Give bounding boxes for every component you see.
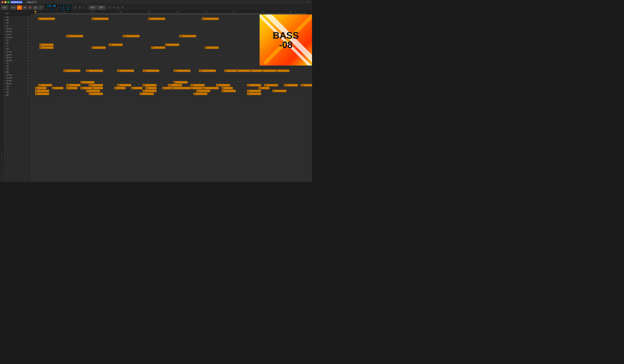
tempo-display[interactable]: 125.00 (45, 4, 58, 8)
stop-button[interactable]: ■ (23, 5, 27, 10)
note-e2-1[interactable]: E2 (39, 46, 53, 49)
note-gs2-1[interactable]: G#2 (66, 35, 83, 37)
time-display[interactable]: 0:01.107 (59, 8, 72, 11)
cursor-icon[interactable]: ↖ (9, 12, 11, 15)
note-d1-2[interactable]: D1 (52, 87, 63, 89)
edit-button[interactable]: EDIT (97, 5, 105, 10)
list-icon[interactable]: ≡ (4, 12, 6, 15)
note-e2-4[interactable]: E2 (205, 46, 219, 49)
track-row: 1LC◀ (3, 22, 29, 24)
note-d1-5[interactable]: D1 (114, 87, 126, 89)
note-d3-3[interactable]: D3 (148, 18, 165, 20)
note-ds1-3[interactable]: D#1 (89, 84, 103, 87)
essentials-badge: ESSENTIALS (10, 1, 23, 3)
note-gs1-2[interactable]: G#1 (86, 69, 103, 72)
note-f2-1[interactable]: F2 (39, 44, 53, 46)
maximize-button[interactable] (7, 1, 9, 3)
ruler-mark-4: 1.4 (120, 11, 122, 13)
note-c1-5[interactable]: C1 (222, 90, 236, 92)
note-ds1-9[interactable]: D#1 (247, 84, 261, 87)
track-row: 1MA Acc◀ (3, 59, 29, 62)
note-ds1-11[interactable]: D#1 (284, 84, 298, 87)
note-d3-2[interactable]: D3 (92, 18, 108, 20)
note-gs2-3[interactable]: G#2 (179, 35, 196, 37)
note-ds1-7[interactable]: D#1 (190, 84, 205, 87)
note-ds1-5[interactable]: D#1 (143, 84, 157, 87)
note-d1-1[interactable]: D1 (35, 87, 47, 89)
note-gs1-1[interactable]: G#1 (63, 69, 80, 72)
play-button[interactable]: ▶ (17, 5, 22, 10)
note-e2-2[interactable]: E2 (92, 46, 106, 49)
position-display[interactable]: 1.3.2.23 (58, 4, 72, 8)
note-cs1-4[interactable]: C#1 (258, 87, 270, 89)
note-ds1-6[interactable]: D#1 (168, 84, 182, 87)
file-button[interactable]: FILE (1, 5, 8, 10)
note-cs1-1[interactable]: C#1 (80, 87, 92, 89)
tab-close-button[interactable]: × (35, 1, 36, 3)
note-d1-7[interactable]: D1 (145, 87, 157, 89)
note-d1-6[interactable]: D1 (131, 87, 143, 89)
note-d1-3[interactable]: D1 (66, 87, 78, 89)
add-button[interactable]: ADD (89, 5, 97, 10)
note-cs1-2[interactable]: C#1 (171, 87, 182, 89)
undo-button[interactable]: ↩ (108, 6, 111, 9)
note-e1-1[interactable]: E1 (80, 81, 95, 84)
close-button[interactable] (1, 1, 4, 3)
note-c1-4[interactable]: C1 (196, 90, 210, 92)
note-gs1-3[interactable]: G#1 (117, 69, 134, 72)
metronome-button[interactable]: 🎵 (73, 6, 77, 9)
track-row: 1HT◀ (3, 39, 29, 42)
note-ds1-1[interactable]: D#1 (38, 84, 52, 87)
note-bd-c1-4[interactable]: C1 (193, 92, 208, 95)
arrange-row-bd: C1 C1 C1 C1 C1 (29, 92, 312, 95)
note-c1-6[interactable]: C1 (247, 90, 261, 92)
note-ds1-8[interactable]: D#1 (216, 84, 230, 87)
copy-button[interactable]: ⊡ (116, 6, 120, 9)
note-bd-c1-5[interactable]: C1 (247, 92, 261, 95)
track-content-area[interactable]: BASS -08 D3 D3 D3 D3 (29, 14, 312, 95)
note-c1-3[interactable]: C1 (143, 90, 157, 92)
current-tab[interactable]: New 2 * × (26, 1, 38, 4)
note-bd-c1-3[interactable]: C1 (140, 92, 154, 95)
track-row: 1OH◀ (3, 85, 29, 88)
note-gs1-4[interactable]: G#1 (143, 69, 159, 72)
note-gs1-5[interactable]: G#1 (174, 69, 191, 72)
punch-button[interactable]: ↔ (82, 6, 86, 9)
minimize-button[interactable] (4, 1, 6, 3)
note-d1-12[interactable]: D1 (222, 87, 233, 89)
arrange-view[interactable]: 1.1 1.2 1.3 1.4 2.1 2.2 2.3 2.4 3.1 3.2 (29, 11, 312, 182)
record-button[interactable] (28, 5, 32, 10)
note-e1-2[interactable]: E1 (174, 81, 188, 84)
note-cs1-3[interactable]: C#1 (202, 87, 213, 89)
grid-view-icon[interactable]: ⊞ (6, 12, 8, 15)
note-g1-5[interactable]: G1 (275, 69, 289, 72)
note-bd-c1-2[interactable]: C1 (89, 92, 103, 95)
note-e2-3[interactable]: E2 (151, 46, 165, 49)
follow-button[interactable]: ↕ (39, 5, 43, 10)
play-label-button[interactable]: PLAY (10, 5, 16, 10)
note-c1-1[interactable]: C1 (35, 90, 49, 92)
note-g1-4[interactable]: G1 (261, 69, 275, 72)
note-c1-2[interactable]: C1 (86, 90, 100, 92)
note-f2-3[interactable]: F2 (165, 44, 179, 46)
note-ds1-12[interactable]: D#1 (301, 84, 312, 87)
note-c1-7[interactable]: C1 (272, 90, 286, 92)
arrange-row-oh: D#1 D#1 D#1 D#1 D#1 D#1 D#1 D#1 D#1 D#1 … (29, 84, 312, 87)
note-d3-4[interactable]: D3 (202, 18, 219, 20)
note-d1-10[interactable]: D1 (190, 87, 202, 89)
delete-button[interactable]: ✕ (121, 6, 124, 9)
note-g1-2[interactable]: G1 (236, 69, 250, 72)
loop-button[interactable]: ⇄ (33, 5, 38, 10)
note-gs1-6[interactable]: G#1 (199, 69, 216, 72)
redo-button[interactable]: ↪ (112, 6, 116, 9)
note-f2-2[interactable]: F#2 (108, 44, 123, 46)
note-ds1-10[interactable]: D#1 (264, 84, 278, 87)
side-label-area: 808 (BASS-08) - ANALOG TRIBAL (0, 11, 3, 182)
note-d3-1[interactable]: D3 (38, 18, 55, 20)
note-d1-4[interactable]: D1 (92, 87, 103, 89)
note-gs2-2[interactable]: G#2 (123, 35, 140, 37)
note-bd-c1-1[interactable]: C1 (35, 92, 49, 95)
note-ds1-4[interactable]: D#1 (117, 84, 131, 87)
loop-toggle-button[interactable]: ⟲ (78, 6, 82, 9)
note-ds1-2[interactable]: D#1 (66, 84, 80, 87)
